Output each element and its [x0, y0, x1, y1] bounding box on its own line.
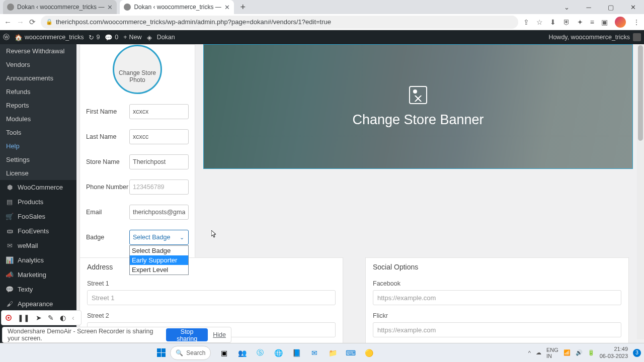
cloud-icon[interactable]: ☁ [536, 349, 541, 356]
howdy-text[interactable]: Howdy, woocommerce_tricks [548, 34, 630, 41]
updates-link[interactable]: ↻ 9 [89, 34, 100, 41]
forward-button[interactable]: → [17, 18, 24, 26]
last-name-input[interactable] [129, 129, 189, 144]
clock[interactable]: 21:4906-03-2023 [600, 346, 628, 359]
sidebar-item-license[interactable]: License [0, 166, 76, 180]
sidebar-item-marketing[interactable]: 📣Marketing [0, 267, 76, 282]
sidebar-item-texty[interactable]: 💬Texty [0, 282, 76, 297]
list-icon[interactable]: ≡ [590, 18, 594, 26]
taskbar-search[interactable]: 🔍 Search [170, 346, 211, 360]
chrome-icon[interactable]: 🟡 [363, 347, 375, 359]
change-photo-button[interactable]: Change Store Photo [113, 45, 162, 94]
sidebar-item-woocommerce[interactable]: ⬢WooCommerce [0, 180, 76, 195]
lang-indicator[interactable]: ENGIN [546, 347, 558, 359]
store-name-input[interactable] [129, 154, 189, 169]
shield-icon[interactable]: ⛨ [563, 18, 570, 26]
sidebar-item-settings[interactable]: Settings [0, 153, 76, 166]
badge-dropdown: Select BadgeEarly SupporterExpert Level [129, 245, 189, 275]
mail-icon[interactable]: ✉ [308, 347, 320, 359]
menu-icon[interactable]: ⋮ [633, 18, 640, 26]
browser-tab-active[interactable]: Dokan ‹ woocommerce_tricks — ✕ [120, 0, 233, 14]
record-icon[interactable] [6, 315, 12, 321]
tab-close-icon[interactable]: ✕ [107, 4, 113, 11]
menu-icon: ⬢ [5, 184, 14, 191]
dokan-badge[interactable]: ◈ [147, 34, 152, 41]
first-name-input[interactable] [129, 104, 189, 119]
email-input[interactable] [129, 205, 189, 220]
eraser-icon[interactable]: ◐ [60, 314, 66, 322]
skype-icon[interactable]: Ⓢ [254, 347, 266, 359]
street2-label: Street 2 [87, 312, 336, 319]
pen-icon[interactable]: ✎ [48, 314, 54, 322]
teams-icon[interactable]: 👥 [236, 347, 248, 359]
tray-chevron-icon[interactable]: ^ [528, 350, 531, 356]
back-button[interactable]: ← [4, 18, 12, 26]
sidebar-item-reports[interactable]: Reports [0, 99, 76, 112]
wp-logo[interactable]: ⓦ [3, 33, 10, 42]
menu-label: Marketing [18, 271, 46, 279]
close-button[interactable]: ✕ [622, 0, 644, 14]
sidebar-item-appearance[interactable]: 🖌Appearance [0, 297, 76, 311]
wp-admin-bar: ⓦ 🏠 woocommerce_tricks ↻ 9 💬 0 + New ◈ D… [0, 30, 644, 44]
share-icon[interactable]: ⇪ [523, 18, 529, 26]
vscode-icon[interactable]: ⌨ [345, 347, 357, 359]
sidebar-item-help[interactable]: Help [0, 139, 76, 153]
profile-avatar[interactable] [615, 17, 626, 28]
maximize-button[interactable]: ▢ [600, 0, 622, 14]
sidebar-item-analytics[interactable]: 📊Analytics [0, 253, 76, 267]
minimize-button[interactable]: ─ [578, 0, 600, 14]
stop-sharing-button[interactable]: Stop sharing [166, 328, 208, 341]
word-icon[interactable]: 📘 [290, 347, 302, 359]
url-input[interactable]: 🔒 therichpost.com/woocommerce_tricks/wp-… [41, 16, 518, 29]
hide-link[interactable]: Hide [213, 331, 226, 338]
extensions-icon[interactable]: ✦ [577, 18, 583, 26]
download-icon[interactable]: ⬇ [550, 18, 556, 26]
panel-icon[interactable]: ▣ [601, 18, 608, 26]
chevron-down-icon[interactable]: ⌄ [555, 0, 578, 14]
badge-option[interactable]: Expert Level [130, 265, 188, 275]
dokan-link[interactable]: Dokan [157, 34, 175, 41]
badge-option[interactable]: Select Badge [130, 246, 188, 255]
sidebar-item-tools[interactable]: Tools [0, 126, 76, 139]
windows-taskbar: 🔍 Search ▣ 👥 Ⓢ 🌐 📘 ✉ 📁 ⌨ 🟡 ^ ☁ ENGIN 📶 🔊… [0, 343, 644, 362]
sidebar-item-products[interactable]: ▤Products [0, 195, 76, 209]
pointer-icon[interactable]: ➤ [36, 314, 42, 322]
battery-icon[interactable]: 🔋 [588, 349, 595, 356]
sidebar-item-wemail[interactable]: ✉weMail [0, 238, 76, 253]
badge-select[interactable]: Select Badge ⌄ Select BadgeEarly Support… [129, 230, 189, 245]
start-button[interactable] [154, 346, 168, 360]
edge-icon[interactable]: 🌐 [272, 347, 284, 359]
volume-icon[interactable]: 🔊 [576, 349, 583, 356]
sidebar-item-refunds[interactable]: Refunds [0, 85, 76, 99]
task-view-icon[interactable]: ▣ [218, 347, 230, 359]
menu-icon: ▤ [5, 198, 14, 206]
page-scrollbar[interactable] [637, 44, 644, 339]
notification-icon[interactable]: 3 [633, 349, 641, 357]
facebook-input[interactable] [373, 290, 621, 305]
comments-link[interactable]: 💬 0 [105, 34, 118, 41]
sidebar-item-fooevents[interactable]: 🎟FooEvents [0, 224, 76, 238]
site-link[interactable]: 🏠 woocommerce_tricks [15, 34, 84, 41]
collapse-icon[interactable]: ‹ [72, 314, 74, 322]
flickr-input[interactable] [373, 322, 621, 337]
star-icon[interactable]: ☆ [536, 18, 543, 26]
badge-option[interactable]: Early Supporter [130, 255, 188, 265]
sidebar-item-announcements[interactable]: Announcements [0, 71, 76, 85]
wifi-icon[interactable]: 📶 [564, 349, 571, 356]
tab-close-icon[interactable]: ✕ [224, 4, 230, 11]
scroll-thumb[interactable] [638, 45, 643, 141]
sidebar-item-vendors[interactable]: Vendors [0, 58, 76, 71]
new-tab-button[interactable]: + [237, 1, 249, 13]
pause-icon[interactable]: ❚❚ [18, 314, 30, 322]
phone-input[interactable] [129, 179, 189, 195]
sidebar-item-foosales[interactable]: 🛒FooSales [0, 209, 76, 224]
explorer-icon[interactable]: 📁 [327, 347, 339, 359]
sidebar-item-modules[interactable]: Modules [0, 112, 76, 126]
change-banner-button[interactable]: Change Store Banner [203, 44, 633, 169]
sidebar-item-reverse-withdrawal[interactable]: Reverse Withdrawal [0, 44, 76, 58]
street1-input[interactable] [87, 290, 336, 305]
new-link[interactable]: + New [123, 34, 141, 41]
user-avatar[interactable] [633, 33, 641, 41]
reload-button[interactable]: ⟳ [29, 18, 36, 27]
browser-tab[interactable]: Dokan ‹ woocommerce_tricks — ✕ [3, 0, 117, 14]
